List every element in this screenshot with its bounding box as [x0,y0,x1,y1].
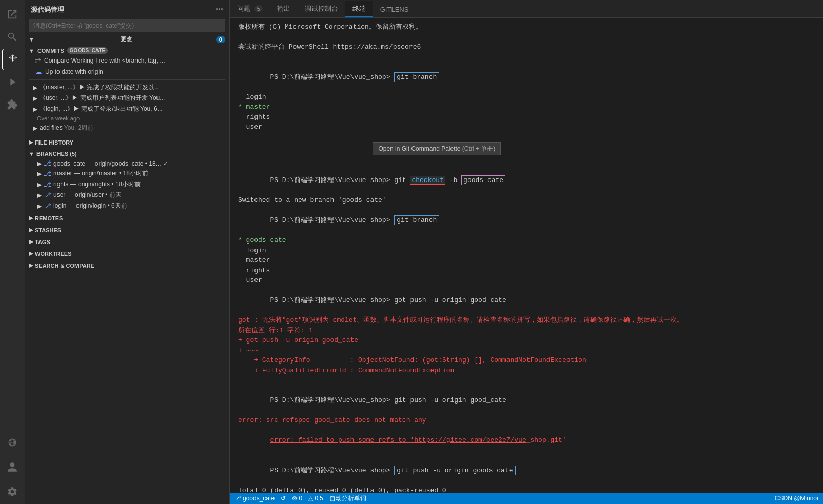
tab-terminal[interactable]: 终端 [345,1,373,17]
tab-gitlens[interactable]: GITLENS [373,3,416,17]
extensions-nav-icon[interactable] [2,94,23,115]
warnings-status[interactable]: △ 0 5 [308,495,323,502]
sidebar: 源代码管理 ··· ▼ 更改 0 ▼ COMMITS goods_cate ⇄ … [25,0,230,504]
account-nav-icon[interactable] [2,457,23,477]
branch-status[interactable]: ⎇ goods_cate [234,495,275,502]
activity-bar [0,0,25,504]
got-error-line: got : 无法将"got"项识别为 cmdlet、函数、脚本文件或可运行程序的… [238,315,815,326]
user-expand-icon: ▶ [33,95,37,102]
tab-output[interactable]: 输出 [270,1,298,17]
tags-header[interactable]: ▶ TAGS [25,237,229,247]
branch-icon-1: ⎇ [44,170,51,177]
credit: CSDN @Minnor [775,495,819,502]
commits-header[interactable]: ▼ COMMITS goods_cate [25,46,229,55]
branch-icon-4: ⎇ [44,202,51,210]
sidebar-title: 源代码管理 [31,5,64,14]
changes-chevron: ▼ [29,36,34,43]
branch-master-label: master — origin/master • 18小时前 [53,169,148,178]
sync-icon: ↺ [281,495,286,502]
tags-chevron: ▶ [29,238,33,245]
activity-bottom [2,432,23,504]
branch-goods-cate[interactable]: ▶ ⎇ goods_cate — origin/goods_cate • 18.… [25,158,229,168]
branches-label: BRANCHES (5) [36,151,77,157]
up-to-date-label: Up to date with origin [45,68,103,75]
tab-problems-label: 问题 [237,5,250,12]
login-commit-row[interactable]: ▶ 《login, ...》▶ 完成了登录/退出功能 You, 6... [25,104,229,114]
remotes-header[interactable]: ▶ REMOTES [25,213,229,223]
problems-badge: 5 [254,5,263,12]
credit-label: CSDN @Minnor [775,495,819,502]
branch-goods-cate-label: goods_cate — origin/goods_cate • 18... [53,160,161,167]
branch-expand-4: ▶ [37,203,42,210]
changes-badge: 0 [216,36,225,43]
info-label: 5 [320,495,323,502]
commits-chevron: ▼ [29,48,34,54]
tooltip-line: Open in Git Command Palette (Ctrl + 单击) [238,132,815,166]
stashes-header[interactable]: ▶ STASHES [25,225,229,235]
branch-expand-3: ▶ [37,192,42,199]
branch-icon-3: ⎇ [44,191,51,199]
git-branch-icon: ⎇ [234,495,241,502]
current-branch: goods_cate [243,495,275,502]
status-bar: ⎇ goods_cate ↺ ⊗ 0 △ 0 5 自动分析单词 [230,493,823,504]
errors-label: ⊗ 0 [292,495,302,502]
compare-label: Compare Working Tree with <branch, tag, … [44,57,165,64]
settings-nav-icon[interactable] [2,481,23,502]
git-push-box: git push -u origin goods_cate [394,466,515,475]
error-strike-line: error: failed to push some refs to 'http… [238,426,815,456]
search-nav-icon[interactable] [2,27,23,47]
goods-cate-highlight: goods_cate [461,175,505,185]
cmd-git-checkout: PS D:\前端学习路程\Vue\vue_shop> git checkout … [238,166,815,196]
branch-rights-label: rights — origin/rights • 18小时前 [53,180,141,189]
file-history-header[interactable]: ▶ FILE HISTORY [25,137,229,147]
branches-header[interactable]: ▼ BRANCHES (5) [25,149,229,158]
worktrees-section: ▶ WORKTREES [25,249,229,258]
branch-icon-0: ⎇ [44,159,51,167]
search-compare-header[interactable]: ▶ SEARCH & COMPARE [25,260,229,270]
auto-analyze[interactable]: 自动分析单词 [329,494,366,503]
checkmark-icon: ✓ [163,160,168,167]
commits-section: ▼ COMMITS goods_cate ⇄ Compare Working T… [25,44,229,135]
branch-rights[interactable]: ▶ ⎇ rights — origin/rights • 18小时前 [25,179,229,190]
commit-message-input[interactable] [29,19,225,32]
explorer-icon[interactable] [2,4,23,25]
checkout-highlight: checkout [410,176,445,185]
tab-problems[interactable]: 问题 5 [230,1,270,17]
tab-debug-console[interactable]: 调试控制台 [298,1,345,17]
branch-expand-2: ▶ [37,181,42,188]
remote-nav-icon[interactable] [2,432,23,453]
branch-master[interactable]: ▶ ⎇ master — origin/master • 18小时前 [25,168,229,179]
tab-gitlens-label: GITLENS [380,6,409,13]
worktrees-chevron: ▶ [29,250,33,257]
sidebar-header: 源代码管理 ··· [25,0,229,17]
git-nav-icon[interactable] [2,49,23,70]
cmd-git-push-correct: PS D:\前端学习路程\Vue\vue_shop> git push -u o… [238,455,815,486]
git-branch-box-2: git branch [394,215,439,225]
compare-working-tree-item[interactable]: ⇄ Compare Working Tree with <branch, tag… [25,55,229,66]
user-commit-row[interactable]: ▶ 《user, ...》▶ 完成用户列表功能的开发 You... [25,93,229,104]
tab-debug-label: 调试控制台 [305,5,338,12]
cmd-got-push: PS D:\前端学习路程\Vue\vue_shop> got push -u o… [238,286,815,316]
up-to-date-item[interactable]: ☁ Up to date with origin [25,66,229,77]
tabs-bar: 问题 5 输出 调试控制台 终端 GITLENS [230,0,823,18]
terminal-content: 版权所有 (C) Microsoft Corporation。保留所有权利。 尝… [230,18,823,493]
master-commit-row[interactable]: ▶ 《master, ...》▶ 完成了权限功能的开发以... [25,82,229,93]
cmd-git-push-wrong: PS D:\前端学习路程\Vue\vue_shop> git push -u o… [238,386,815,416]
add-files-msg: add files You, 2周前 [40,124,93,132]
sync-status[interactable]: ↺ [281,495,286,502]
tags-label: TAGS [35,239,50,245]
run-nav-icon[interactable] [2,72,23,92]
user-commit-msg: 《user, ...》▶ 完成用户列表功能的开发 You... [40,94,165,103]
cmd-git-branch-1: PS D:\前端学习路程\Vue\vue_shop> git branch [238,62,815,92]
commits-branch: goods_cate [67,47,108,54]
branch-login[interactable]: ▶ ⎇ login — origin/login • 6天前 [25,200,229,211]
errors-status[interactable]: ⊗ 0 [292,495,302,502]
compare-icon: ⇄ [35,56,41,65]
sidebar-menu-button[interactable]: ··· [215,4,223,15]
pscore-line: 尝试新的跨平台 PowerShell https://aka.ms/pscore… [238,42,815,52]
branch-login-label: login — origin/login • 6天前 [53,201,127,210]
branch-user[interactable]: ▶ ⎇ user — origin/user • 前天 [25,190,229,200]
changes-section-header[interactable]: ▼ 更改 0 [25,34,229,44]
add-files-row[interactable]: ▶ add files You, 2周前 [25,123,229,133]
worktrees-header[interactable]: ▶ WORKTREES [25,249,229,258]
